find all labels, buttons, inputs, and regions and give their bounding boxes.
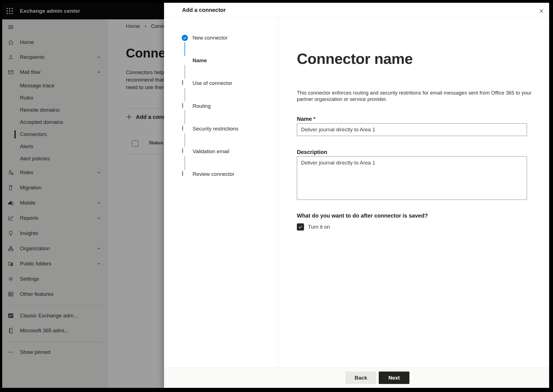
step-connector-line xyxy=(185,110,185,124)
step-todo-dot xyxy=(182,148,183,154)
close-button[interactable] xyxy=(537,7,546,15)
step-todo-dot xyxy=(182,103,183,108)
wizard-page: Connector name This connector enforces r… xyxy=(278,17,549,367)
step-label: Validation email xyxy=(193,148,229,155)
step-todo-dot xyxy=(182,80,183,85)
connector-name-input[interactable] xyxy=(297,123,527,136)
panel-title: Add a connector xyxy=(182,3,226,17)
turn-it-on-label: Turn it on xyxy=(308,224,330,230)
close-icon xyxy=(538,8,545,14)
panel-body: New connector Name Use of connector Rout… xyxy=(164,17,549,367)
required-asterisk: * xyxy=(313,116,315,122)
wizard-page-description: This connector enforces routing and secu… xyxy=(297,90,535,102)
back-button[interactable]: Back xyxy=(346,372,376,384)
step-label: New connector xyxy=(193,35,228,41)
name-label-text: Name xyxy=(297,116,312,122)
step-label: Use of connector xyxy=(193,80,232,86)
description-field-label: Description xyxy=(297,149,327,155)
step-label: Name xyxy=(193,58,207,64)
next-button[interactable]: Next xyxy=(379,372,409,384)
step-completed-check-icon xyxy=(182,35,188,41)
step-label: Routing xyxy=(193,103,211,109)
panel-footer: Back Next xyxy=(164,367,549,388)
step-connector-line xyxy=(185,42,185,56)
name-field-label: Name* xyxy=(297,116,315,122)
add-connector-panel: Add a connector New connector xyxy=(164,3,549,388)
turn-it-on-checkbox-row[interactable]: Turn it on xyxy=(297,223,330,231)
step-connector-line xyxy=(185,156,185,170)
app-window: Exchange admin center Home Recipients xyxy=(2,3,549,388)
step-connector-line xyxy=(185,88,185,101)
step-label: Review connector xyxy=(193,171,234,177)
wizard-stepper: New connector Name Use of connector Rout… xyxy=(164,17,278,367)
step-todo-dot xyxy=(182,171,183,176)
connector-description-textarea[interactable] xyxy=(297,156,527,200)
panel-header: Add a connector xyxy=(164,3,549,17)
modal-dim-overlay xyxy=(2,3,164,388)
screenshot-root: { "app": { "title": "Exchange admin cent… xyxy=(0,0,553,392)
step-label: Security restrictions xyxy=(193,126,238,132)
step-connector-line xyxy=(185,65,185,79)
wizard-page-title: Connector name xyxy=(297,50,413,67)
after-save-question-label: What do you want to do after connector i… xyxy=(297,213,428,219)
checked-checkbox[interactable] xyxy=(297,223,304,231)
checkmark-icon xyxy=(298,224,303,229)
step-connector-line xyxy=(185,133,185,147)
step-todo-dot xyxy=(182,125,183,131)
